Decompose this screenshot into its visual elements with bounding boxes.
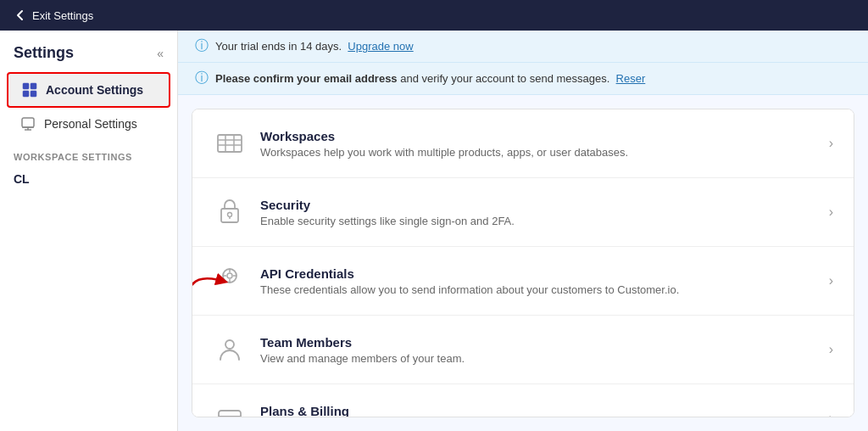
sidebar-title: Settings (14, 44, 74, 62)
workspace-item-cl[interactable]: CL (0, 167, 177, 191)
security-icon (213, 195, 247, 229)
team-members-text: Team Members View and manage members of … (260, 335, 815, 365)
settings-item-team-members[interactable]: Team Members View and manage members of … (192, 316, 854, 384)
account-settings-icon (22, 82, 37, 98)
top-bar: Exit Settings (0, 0, 868, 31)
workspaces-chevron-icon: › (829, 136, 833, 151)
security-title: Security (260, 198, 815, 212)
plans-billing-chevron-icon: › (829, 411, 833, 417)
collapse-sidebar-icon[interactable]: « (157, 47, 164, 60)
exit-settings-link[interactable]: Exit Settings (14, 8, 93, 22)
team-members-icon (213, 333, 247, 367)
sidebar-item-account-settings-label: Account Settings (46, 83, 143, 97)
sidebar-item-account-settings[interactable]: Account Settings (7, 72, 170, 108)
workspace-section-label: WORKSPACE SETTINGS (0, 140, 177, 167)
upgrade-now-link[interactable]: Upgrade now (348, 40, 413, 53)
chevron-left-icon (14, 8, 27, 22)
svg-point-18 (227, 273, 232, 278)
workspaces-text: Workspaces Workspaces help you work with… (260, 129, 815, 159)
svg-point-23 (225, 340, 234, 349)
team-members-title: Team Members (260, 335, 815, 350)
security-text: Security Enable security settings like s… (260, 198, 815, 227)
sidebar-item-personal-settings-label: Personal Settings (44, 117, 137, 131)
settings-item-workspaces[interactable]: Workspaces Workspaces help you work with… (192, 109, 854, 178)
sidebar-header: Settings « (0, 44, 177, 72)
svg-rect-0 (23, 83, 29, 89)
svg-rect-4 (22, 118, 34, 127)
security-desc: Enable security settings like single sig… (260, 215, 815, 227)
svg-point-14 (228, 213, 232, 217)
workspaces-icon (213, 126, 247, 160)
email-bold-text: Please confirm your email address (215, 72, 398, 85)
svg-rect-3 (31, 91, 36, 97)
exit-settings-label: Exit Settings (32, 9, 93, 22)
plans-billing-text: Plans & Billing New plans, payment info … (260, 404, 815, 418)
workspaces-title: Workspaces (260, 129, 815, 143)
api-credentials-chevron-icon: › (829, 273, 833, 288)
team-members-desc: View and manage members of your team. (260, 352, 815, 365)
email-info-icon: ⓘ (195, 70, 209, 87)
personal-settings-icon (20, 116, 36, 132)
svg-rect-8 (218, 135, 242, 152)
svg-rect-13 (221, 209, 238, 222)
settings-list: Workspaces Workspaces help you work with… (192, 109, 854, 417)
trial-info-icon: ⓘ (195, 37, 209, 55)
main-content: ⓘ Your trial ends in 14 days. Upgrade no… (178, 31, 868, 431)
email-banner-text: Please confirm your email address and ve… (215, 72, 645, 85)
resend-link[interactable]: Reser (616, 72, 646, 85)
email-banner: ⓘ Please confirm your email address and … (178, 63, 868, 95)
api-credentials-icon (213, 264, 247, 298)
team-members-chevron-icon: › (829, 342, 833, 357)
workspaces-desc: Workspaces help you work with multiple p… (260, 146, 815, 159)
api-credentials-text: API Credentials These credentials allow … (260, 266, 815, 296)
settings-item-security[interactable]: Security Enable security settings like s… (192, 178, 854, 247)
api-credentials-title: API Credentials (260, 266, 815, 281)
api-credentials-desc: These credentials allow you to send info… (260, 283, 815, 296)
security-chevron-icon: › (829, 204, 833, 220)
svg-rect-1 (31, 83, 36, 89)
sidebar-item-personal-settings[interactable]: Personal Settings (7, 108, 170, 140)
settings-item-plans-billing[interactable]: Plans & Billing New plans, payment info … (192, 384, 854, 417)
plans-billing-title: Plans & Billing (260, 404, 815, 418)
sidebar: Settings « Account Settings (0, 31, 178, 431)
plans-billing-icon (213, 401, 247, 417)
main-layout: Settings « Account Settings (0, 31, 868, 431)
trial-banner: ⓘ Your trial ends in 14 days. Upgrade no… (178, 31, 868, 63)
svg-rect-2 (23, 91, 29, 97)
trial-text: Your trial ends in 14 days. Upgrade now (215, 40, 414, 53)
settings-item-api-credentials[interactable]: API Credentials These credentials allow … (192, 247, 854, 316)
